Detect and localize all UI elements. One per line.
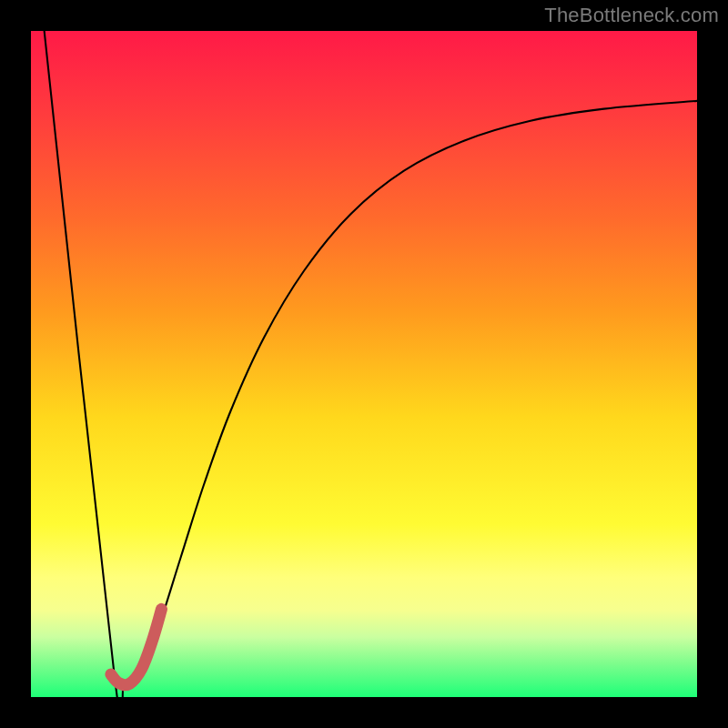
attribution-label: TheBottleneck.com: [544, 4, 719, 27]
bottleneck-chart: [31, 31, 697, 697]
gradient-background: [31, 31, 697, 697]
chart-frame: TheBottleneck.com: [0, 0, 728, 728]
plot-area: [31, 31, 697, 697]
